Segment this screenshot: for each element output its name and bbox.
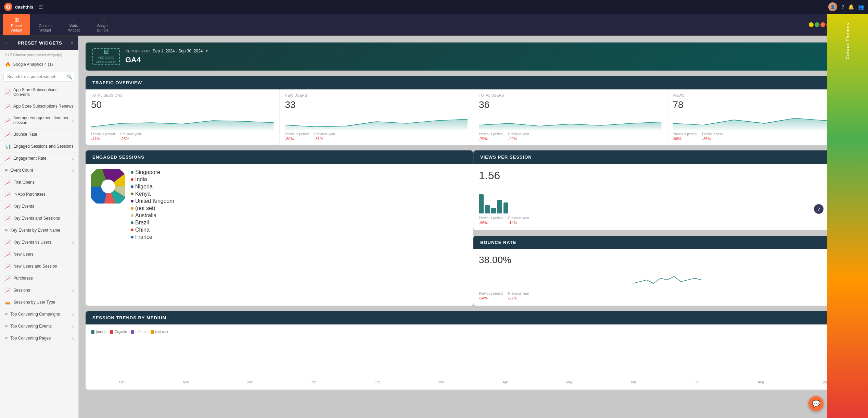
- user-avatar[interactable]: 👤: [828, 2, 837, 11]
- sidebar-item[interactable]: 📈 Key Events vs Users ℹ: [0, 236, 78, 248]
- sidebar-item[interactable]: 📈 Key Events and Sessions: [0, 212, 78, 224]
- sidebar-item[interactable]: ≡ Key Events by Event Name: [0, 224, 78, 236]
- sidebar-item-icon: 📊: [5, 144, 11, 149]
- tab-static-widget[interactable]: ≡ StaticWidget: [60, 14, 88, 35]
- sidebar-item-left: 📈 Purchases: [5, 275, 33, 281]
- month-label: Aug: [730, 380, 792, 384]
- sidebar-item-icon: 📈: [5, 192, 11, 197]
- prev-period: Previous period -98%: [673, 132, 697, 141]
- sidebar-item-label: Key Events: [13, 204, 34, 209]
- legend-square: [110, 330, 113, 334]
- add-logo-button[interactable]: 🖼 ADD LOGO250 px X 125 px: [92, 48, 120, 65]
- sidebar-item-icon: 📈: [5, 132, 11, 137]
- views-prev-period: Previous period -96%: [479, 216, 502, 225]
- stat-prev: Previous period -79% Previous year -29%: [479, 132, 662, 141]
- views-prev-year-label: Previous year: [508, 216, 529, 220]
- sidebar-item[interactable]: 📈 App Store Subscriptions Renews: [0, 100, 78, 112]
- user-icon[interactable]: 👥: [858, 4, 864, 10]
- sidebar-item-icon: ≡: [5, 323, 8, 329]
- bounce-prev-year-val: -27%: [508, 296, 529, 300]
- chat-button[interactable]: 💬: [808, 396, 824, 411]
- tab-custom-widget[interactable]: ✦ CustomWidget: [31, 14, 59, 35]
- sidebar-item-left: 📈 App Store Subscriptions Converts: [5, 87, 74, 97]
- stat-chart: [479, 113, 662, 130]
- stat-value: 36: [479, 99, 662, 110]
- sidebar-item[interactable]: 📈 New Users and Session: [0, 260, 78, 272]
- sidebar-item[interactable]: 📈 App Store Subscriptions Converts: [0, 84, 78, 100]
- avatar-icon[interactable]: 👤: [828, 2, 837, 11]
- sidebar-item[interactable]: 📊 Engaged Sessions and Sessions: [0, 140, 78, 152]
- sidebar-item[interactable]: 📈 Average engagement time per session ℹ: [0, 112, 78, 128]
- colour-themes-panel[interactable]: Colour Themes: [827, 0, 868, 418]
- stat-chart: [91, 113, 274, 130]
- content-area: 🖼 ADD LOGO250 px X 125 px REPORT FOR Sep…: [79, 36, 868, 418]
- bar-5: [503, 202, 508, 213]
- country-legend: Singapore India Nigeria Kenya United Kin…: [131, 169, 174, 241]
- sidebar-item-left: 📈 New Users and Session: [5, 263, 57, 269]
- sidebar-item[interactable]: 📈 In App Purchases: [0, 188, 78, 200]
- ga4-icon: 🔥: [5, 62, 11, 67]
- sidebar-item-label: Average engagement time per session: [13, 115, 72, 125]
- sidebar-item[interactable]: 📈 Sessions ℹ: [0, 284, 78, 296]
- pie-chart: [91, 169, 125, 204]
- tab-widget-bundle[interactable]: ⊟ WidgetBundle: [89, 14, 116, 35]
- sidebar-item[interactable]: ≡ Top Converting Pages ℹ: [0, 332, 78, 344]
- preset-widget-icon: ⊞: [14, 16, 19, 23]
- colour-themes-panel-label: Colour Themes: [845, 23, 850, 60]
- search-icon[interactable]: 🔍: [67, 74, 72, 79]
- sidebar-item[interactable]: 📈 New Users: [0, 248, 78, 260]
- sidebar-item[interactable]: 📈 Bounce Rate: [0, 128, 78, 140]
- bounce-rate-panel: BOUNCE RATE 38.00% Previous period -34%: [473, 236, 861, 306]
- sidebar-item-icon: 📈: [5, 263, 11, 269]
- sidebar-item[interactable]: 📈 First Opens: [0, 176, 78, 188]
- help-nav-icon[interactable]: ?: [841, 4, 844, 10]
- views-prev-year: Previous year -14%: [508, 216, 529, 225]
- app-name: dashthis: [15, 4, 33, 10]
- custom-widget-label: CustomWidget: [39, 24, 52, 33]
- sidebar-item[interactable]: ≡ Top Converting Events ℹ: [0, 320, 78, 332]
- sidebar-item-label: Purchases: [13, 276, 33, 281]
- help-button[interactable]: ?: [814, 204, 824, 214]
- custom-widget-icon: ✦: [43, 16, 48, 23]
- sidebar-item-label: Engaged Sessions and Sessions: [13, 144, 73, 149]
- legend-country-name: China: [135, 227, 150, 233]
- sidebar-item[interactable]: 📈 Engagement Rate ℹ: [0, 152, 78, 164]
- bell-icon[interactable]: 🔔: [848, 4, 854, 10]
- prev-period-label: Previous period: [673, 132, 697, 136]
- tab-preset-widget[interactable]: ⊞ PresetWidget: [3, 14, 30, 35]
- legend-item: France: [131, 234, 174, 240]
- traffic-stat: TOTAL USERS 36 Previous period -79% Prev…: [473, 89, 667, 145]
- close-icon[interactable]: ×: [71, 40, 74, 46]
- bar-4: [497, 200, 502, 213]
- sidebar-item[interactable]: 📈 Purchases: [0, 272, 78, 284]
- sidebar-subtitle: 2 / 2 Choose your preset widget(s): [0, 50, 78, 60]
- legend-dot: [131, 229, 133, 231]
- sidebar-item-left: 📈 App Store Subscriptions Renews: [5, 103, 73, 109]
- sidebar-item-icon: ≡: [5, 228, 8, 233]
- date-dropdown-icon[interactable]: ▾: [206, 49, 208, 53]
- traffic-overview-panel: TRAFFIC OVERVIEW TOTAL SESSIONS 50 Previ…: [86, 76, 861, 145]
- month-label: Jul: [666, 380, 728, 384]
- views-per-session-header: VIEWS PER SESSION: [473, 150, 861, 164]
- sidebar-item-icon: 📈: [5, 118, 11, 123]
- info-icon: ℹ: [72, 156, 74, 161]
- pie-center: [101, 180, 115, 193]
- report-header: 🖼 ADD LOGO250 px X 125 px REPORT FOR Sep…: [86, 42, 861, 71]
- hamburger-icon[interactable]: ☰: [39, 4, 43, 10]
- legend-dot: [131, 185, 133, 188]
- sidebar: ← PRESET WIDGETS × 2 / 2 Choose your pre…: [0, 36, 79, 418]
- legend-chip: (not set): [151, 330, 168, 334]
- legend-dot: [131, 207, 133, 210]
- legend-country-name: Brazil: [135, 220, 149, 226]
- sidebar-item-left: ≡ Event Count: [5, 168, 33, 173]
- sidebar-item[interactable]: 🥧 Sessions by User Type: [0, 296, 78, 308]
- back-icon[interactable]: ←: [5, 40, 10, 46]
- sidebar-item[interactable]: ≡ Top Converting Campaigns ℹ: [0, 308, 78, 320]
- prev-year-val: -25%: [120, 137, 141, 141]
- prev-year-label: Previous year: [120, 132, 141, 136]
- sidebar-item[interactable]: ≡ Event Count ℹ: [0, 164, 78, 176]
- sidebar-item-left: ≡ Top Converting Campaigns: [5, 311, 60, 317]
- sidebar-item-icon: ≡: [5, 311, 8, 317]
- sidebar-item[interactable]: 📈 Key Events: [0, 200, 78, 212]
- search-input[interactable]: [3, 72, 75, 82]
